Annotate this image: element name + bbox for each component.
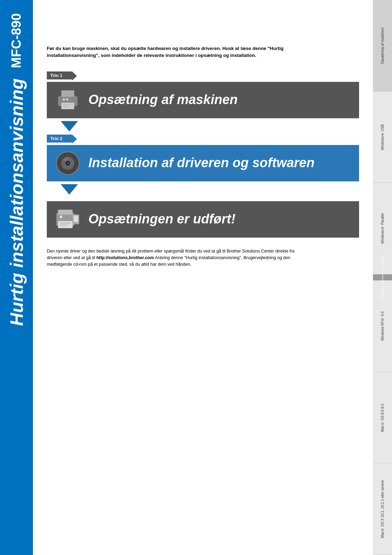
footer-link: http://solutions.brother.com <box>96 255 154 260</box>
right-sidebar: Opsætning af maskinen Windows® USB Windo… <box>373 0 392 555</box>
svg-rect-21 <box>73 215 78 222</box>
step1-section: Trin 1 Opsætning af maskinen <box>47 71 359 118</box>
step3-title: Opsætningen er udført! <box>88 212 235 227</box>
printer-svg <box>55 87 81 113</box>
tab-setup[interactable]: Opsætning af maskinen <box>373 0 392 92</box>
arrow-down-2 <box>61 184 359 196</box>
tab-setup-label: Opsætning af maskinen <box>381 27 385 64</box>
tab-section-divider: Installation af driveren og softwaren <box>373 274 392 281</box>
step1-banner: Opsætning af maskinen <box>47 82 359 118</box>
step2-title: Installation af driveren og softwaren <box>88 156 314 170</box>
printer2-svg <box>55 206 81 232</box>
step2-icon <box>54 149 81 177</box>
tab-windows-parallel-label: Windows® Parallel <box>381 213 385 244</box>
tab-mac-os[interactable]: Mac® OS 8.5-9.2 <box>373 372 392 464</box>
main-content: Før du kan bruge maskinen, skal du opsæt… <box>33 0 373 555</box>
intro-paragraph: Før du kan bruge maskinen, skal du opsæt… <box>47 45 307 59</box>
tab-mac-os-label: Mac® OS 8.5-9.2 <box>381 404 385 432</box>
svg-rect-6 <box>63 106 69 107</box>
installation-label: Installation af driveren og softwaren <box>381 255 384 299</box>
svg-rect-4 <box>66 98 68 100</box>
sidebar-title: Hurtig installationsanvisning <box>8 78 26 326</box>
tab-windows-usb[interactable]: Windows® USB <box>373 92 392 183</box>
svg-rect-5 <box>63 104 72 105</box>
cd-svg <box>55 150 81 176</box>
tab-windows-nt-label: Windows NT® 4.0 <box>381 311 385 341</box>
svg-rect-15 <box>58 210 72 214</box>
svg-rect-17 <box>60 215 62 218</box>
svg-rect-18 <box>60 222 71 223</box>
svg-point-11 <box>67 162 69 164</box>
step1-title: Opsætning af maskinen <box>88 93 238 107</box>
step1-label: Trin 1 <box>47 71 72 79</box>
svg-marker-7 <box>61 121 78 131</box>
intro-text: Før du kan bruge maskinen, skal du opsæt… <box>47 46 284 58</box>
left-sidebar: MFC-890 Hurtig installationsanvisning <box>0 0 33 555</box>
step2-label: Trin 2 <box>47 135 72 143</box>
step1-icon <box>54 86 81 114</box>
step2-banner: Installation af driveren og softwaren <box>47 145 359 181</box>
svg-marker-13 <box>61 184 78 195</box>
step3-banner: Opsætningen er udført! <box>47 201 359 238</box>
tab-mac-osx[interactable]: Mac® OS X 10.1, 10.2.1 eller senere <box>373 463 392 555</box>
svg-rect-19 <box>60 224 68 225</box>
footer-text: Den nyeste driver og den bedste løsning … <box>47 248 307 268</box>
tab-mac-osx-label: Mac® OS X 10.1, 10.2.1 eller senere <box>381 480 385 538</box>
step2-section: Trin 2 Installation af driveren og softw… <box>47 135 359 181</box>
svg-rect-1 <box>61 90 74 97</box>
tab-windows-usb-label: Windows® USB <box>381 124 385 150</box>
svg-rect-3 <box>63 98 65 100</box>
arrow-down-1 <box>61 121 359 133</box>
step3-icon <box>54 205 81 233</box>
model-number: MFC-890 <box>9 13 24 68</box>
step3-section: Opsætningen er udført! <box>47 201 359 238</box>
